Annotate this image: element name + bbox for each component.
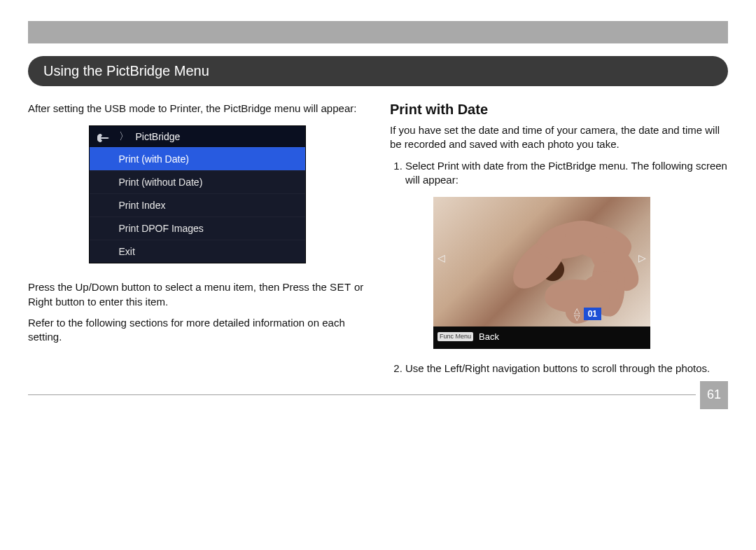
- instruction-pre: Press the Up/Down button to select a men…: [28, 281, 330, 293]
- preview-footer-bar: Func Menu Back: [433, 326, 650, 349]
- section-title-text: Using the PictBridge Menu: [43, 63, 209, 78]
- menu-item-print-index[interactable]: Print Index: [90, 193, 305, 216]
- page-footer: 61: [28, 381, 728, 409]
- menu-item-label: Print (without Date): [119, 177, 203, 188]
- copy-count-box: △ ▽ 01: [574, 307, 601, 321]
- menu-item-print-without-date[interactable]: Print (without Date): [90, 170, 305, 193]
- menu-item-label: Print (with Date): [119, 153, 189, 165]
- copy-count-value: 01: [584, 308, 601, 320]
- wrench-icon: [95, 131, 112, 142]
- menu-item-print-with-date[interactable]: Print (with Date): [90, 147, 305, 170]
- preview-photo: ◁ ▷ △ ▽ 01: [433, 197, 650, 326]
- func-menu-chip[interactable]: Func Menu: [438, 332, 473, 341]
- two-column-layout: After setting the USB mode to Printer, t…: [28, 99, 728, 381]
- right-intro-text: If you have set the date and time of you…: [390, 123, 728, 152]
- menu-item-print-dpof[interactable]: Print DPOF Images: [90, 216, 305, 240]
- print-with-date-heading: Print with Date: [390, 102, 728, 118]
- nav-left-icon[interactable]: ◁: [438, 252, 445, 265]
- up-down-icon[interactable]: △ ▽: [574, 307, 580, 321]
- left-moreinfo-text: Refer to the following sections for more…: [28, 316, 366, 345]
- left-instruction-text: Press the Up/Down button to select a men…: [28, 280, 366, 309]
- top-gray-bar: [28, 21, 728, 43]
- menu-item-label: Print Index: [119, 200, 166, 211]
- pictbridge-menu-title: PictBridge: [136, 131, 181, 142]
- step-1-text: Select Print with date from the PictBrid…: [405, 160, 727, 186]
- pictbridge-menu-items: Print (with Date) Print (without Date) P…: [90, 147, 305, 263]
- steps-list: Select Print with date from the PictBrid…: [405, 159, 728, 376]
- nav-right-icon[interactable]: ▷: [638, 252, 646, 265]
- left-intro-text: After setting the USB mode to Printer, t…: [28, 102, 366, 116]
- section-title-bar: Using the PictBridge Menu: [28, 56, 728, 86]
- menu-item-exit[interactable]: Exit: [90, 240, 305, 263]
- step-2-text: Use the Left/Right navigation buttons to…: [405, 362, 710, 374]
- menu-item-label: Exit: [119, 246, 135, 257]
- page-number-box: 61: [700, 381, 728, 409]
- page-number: 61: [707, 387, 721, 402]
- step-1: Select Print with date from the PictBrid…: [405, 159, 728, 349]
- chevron-right-icon: 〉: [119, 130, 129, 143]
- set-button-label: SET: [330, 281, 351, 293]
- pictbridge-menu-header: 〉 PictBridge: [90, 126, 305, 147]
- back-label[interactable]: Back: [479, 331, 499, 343]
- right-column: Print with Date If you have set the date…: [390, 99, 728, 381]
- left-column: After setting the USB mode to Printer, t…: [28, 99, 366, 381]
- pictbridge-menu-screenshot: 〉 PictBridge Print (with Date) Print (wi…: [89, 125, 306, 263]
- menu-item-label: Print DPOF Images: [119, 223, 204, 234]
- print-preview-screenshot: ◁ ▷ △ ▽ 01 Func Menu: [433, 197, 650, 349]
- step-2: Use the Left/Right navigation buttons to…: [405, 362, 728, 376]
- footer-rule: [28, 394, 696, 395]
- triangle-down-icon: ▽: [574, 314, 580, 321]
